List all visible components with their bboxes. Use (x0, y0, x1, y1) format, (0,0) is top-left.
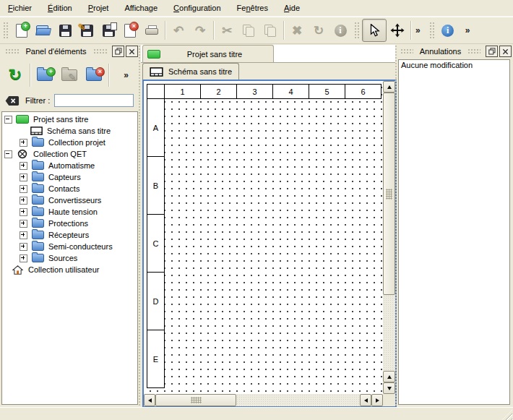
new-document-button[interactable]: + (11, 20, 33, 41)
copy-button[interactable] (238, 20, 259, 41)
vertical-scroll-track[interactable] (383, 295, 395, 371)
about-info-icon (441, 25, 454, 37)
about-button[interactable] (437, 20, 459, 41)
folder-icon (32, 173, 44, 181)
undo-history-list[interactable]: Aucune modification (398, 59, 510, 405)
toolbar-overflow-button[interactable]: » (463, 25, 473, 35)
rotate-button[interactable]: ↻ (308, 20, 329, 41)
tree-item-collection-qet[interactable]: Collection QET (2, 148, 137, 160)
expand-icon[interactable] (20, 231, 27, 239)
tree-item-project[interactable]: Projet sans titre (2, 113, 137, 125)
tree-item-collection-utilisateur[interactable]: Collection utilisateur (2, 264, 137, 275)
tree-item-automatisme[interactable]: Automatisme (2, 160, 137, 171)
schema-subwindow: 1 2 3 4 5 6 A B C D E (142, 80, 397, 408)
new-category-button[interactable]: + (33, 62, 57, 88)
edit-category-button[interactable]: ✎ (57, 62, 82, 88)
expand-icon[interactable] (20, 208, 27, 216)
expand-icon[interactable] (20, 162, 27, 170)
expand-icon[interactable] (20, 220, 27, 228)
open-file-icon (36, 25, 51, 35)
expand-icon[interactable] (20, 139, 27, 147)
expand-icon[interactable] (20, 185, 27, 193)
vertical-scroll-thumb[interactable] (383, 93, 395, 295)
collapse-icon[interactable] (4, 150, 12, 158)
undo-panel-titlebar[interactable]: Annulations (397, 45, 512, 58)
open-file-button[interactable] (33, 20, 54, 41)
menu-configuration[interactable]: Configuration (165, 1, 228, 15)
window-resize-grip[interactable] (502, 410, 512, 420)
horizontal-scrollbar[interactable] (144, 394, 383, 406)
select-mode-button[interactable] (362, 19, 387, 42)
expand-icon[interactable] (20, 243, 27, 251)
expand-icon[interactable] (20, 173, 27, 181)
tree-item-collection-projet[interactable]: Collection projet (2, 137, 137, 148)
print-button[interactable] (141, 20, 163, 41)
redo-button[interactable]: ↷ (189, 20, 211, 41)
scroll-up-button[interactable] (383, 81, 395, 93)
delete-category-button[interactable]: × (82, 62, 106, 88)
scroll-left-button[interactable] (360, 394, 371, 406)
expand-icon[interactable] (20, 197, 27, 205)
horizontal-scroll-track[interactable] (236, 394, 360, 406)
toolbar-drag-handle[interactable] (353, 21, 360, 40)
close-document-button[interactable]: × (119, 20, 141, 41)
menu-fenetres[interactable]: Fenêtres (229, 1, 276, 15)
tree-item-semi-conducteurs[interactable]: Semi-conducteurs (2, 241, 137, 252)
status-bar (0, 407, 513, 420)
toolbar-overflow-button[interactable]: » (413, 25, 423, 35)
folder-icon (32, 161, 44, 170)
qelectrotech-window: Fichier Édition Projet Affichage Configu… (0, 0, 513, 420)
element-info-button[interactable] (329, 20, 351, 41)
tree-item-schema[interactable]: Schéma sans titre (2, 125, 137, 137)
scroll-up-button[interactable] (383, 371, 395, 382)
tree-item-protections[interactable]: Protections (2, 218, 137, 229)
save-icon (59, 25, 72, 37)
clear-filter-button[interactable] (5, 95, 20, 106)
tree-item-convertisseurs[interactable]: Convertisseurs (2, 194, 137, 206)
folder-icon (32, 138, 44, 147)
expand-icon[interactable] (20, 254, 27, 262)
diagram-frame: 1 2 3 4 5 6 A B C D E (147, 84, 381, 388)
tree-item-haute-tension[interactable]: Haute tension (2, 206, 137, 218)
save-as-button[interactable]: ✎ (76, 20, 98, 41)
toolbar-drag-handle[interactable] (2, 21, 9, 40)
menu-edition[interactable]: Édition (40, 1, 80, 15)
vertical-scrollbar[interactable] (383, 81, 395, 394)
menu-affichage[interactable]: Affichage (116, 1, 165, 15)
schema-canvas[interactable]: 1 2 3 4 5 6 A B C D E (144, 81, 383, 394)
menu-fichier[interactable]: Fichier (0, 1, 40, 15)
float-panel-button[interactable] (486, 46, 498, 57)
column-header: 6 (345, 84, 381, 99)
reload-collections-button[interactable]: ↻ (3, 62, 27, 88)
tree-item-recepteurs[interactable]: Récepteurs (2, 229, 137, 241)
tab-projet-sans-titre[interactable]: Projet sans titre (142, 45, 274, 62)
scroll-right-button[interactable] (371, 394, 383, 406)
close-panel-button[interactable] (126, 46, 138, 57)
collapse-icon[interactable] (4, 116, 12, 124)
pan-mode-button[interactable] (387, 20, 408, 41)
tree-item-sources[interactable]: Sources (2, 252, 137, 264)
close-panel-button[interactable] (499, 46, 512, 57)
undo-list-item[interactable]: Aucune modification (399, 60, 509, 70)
save-button[interactable] (54, 20, 76, 41)
menu-projet[interactable]: Projet (80, 1, 117, 15)
toolbar-drag-handle[interactable] (428, 21, 435, 40)
tree-item-contacts[interactable]: Contacts (2, 183, 137, 194)
paste-button[interactable] (259, 20, 281, 41)
tree-item-capteurs[interactable]: Capteurs (2, 171, 137, 183)
cut-button[interactable]: ✂ (216, 20, 238, 41)
paste-icon (264, 25, 276, 36)
menu-aide[interactable]: Aide (276, 1, 308, 15)
panel-overflow-button[interactable]: » (121, 70, 131, 80)
horizontal-scroll-thumb[interactable] (155, 394, 236, 406)
dock-splitter[interactable] (138, 45, 141, 406)
scroll-down-button[interactable] (383, 382, 395, 394)
delete-button[interactable]: ✖ (286, 20, 308, 41)
elements-panel-titlebar[interactable]: Panel d'éléments (1, 45, 138, 58)
filter-input[interactable] (54, 94, 134, 107)
scroll-left-button[interactable] (144, 394, 155, 406)
undo-button[interactable]: ↶ (168, 20, 189, 41)
tab-schema-sans-titre[interactable]: Schéma sans titre (142, 63, 239, 80)
save-all-button[interactable] (98, 20, 119, 41)
float-panel-button[interactable] (112, 46, 124, 57)
